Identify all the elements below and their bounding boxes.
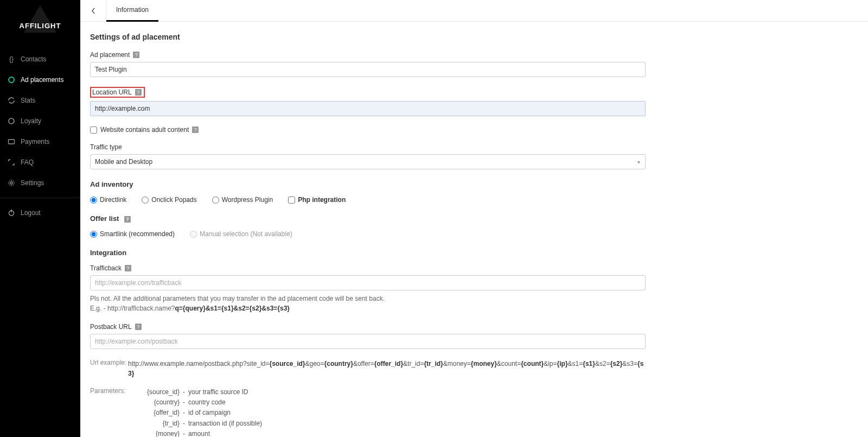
- postback-url-label: Postback URL ?: [90, 323, 646, 331]
- checkbox-php-integration[interactable]: [288, 197, 295, 204]
- radio-manual-selection: [190, 231, 197, 238]
- svg-point-3: [10, 182, 12, 184]
- refresh-icon: [8, 97, 15, 104]
- adult-content-checkbox[interactable]: [90, 126, 97, 134]
- page-title: Settings of ad placement: [90, 33, 646, 41]
- parameter-row: {source_id}-your traffic source ID: [128, 387, 262, 397]
- power-icon: [8, 209, 15, 217]
- logo-text: AFFILIGHT: [20, 22, 61, 30]
- nav-divider: [0, 198, 80, 198]
- sidebar: AFFILIGHT {} Contacts Ad placements Stat…: [0, 0, 80, 437]
- back-button[interactable]: [80, 0, 106, 22]
- nav-logout[interactable]: Logout: [0, 202, 80, 223]
- traffic-type-label: Traffic type: [90, 143, 646, 151]
- trafficback-label: Trafficback ?: [90, 264, 646, 272]
- offer-list-options: Smartlink (recommended) Manual selection…: [90, 230, 646, 238]
- ad-placement-label: Ad placement ?: [90, 51, 646, 59]
- tab-information[interactable]: Information: [106, 0, 158, 22]
- location-url-input[interactable]: [90, 101, 646, 116]
- trafficback-note: Pls not. All the additional parameters t…: [90, 294, 646, 313]
- param-key: {tr_id}: [128, 419, 180, 429]
- url-example-row: Url example: http://www.example.name/pos…: [90, 359, 646, 378]
- svg-rect-2: [9, 140, 15, 144]
- param-desc: transaction id (if possible): [188, 419, 262, 429]
- nav-stats[interactable]: Stats: [0, 90, 80, 111]
- nav-contacts[interactable]: {} Contacts: [0, 49, 80, 69]
- ad-inventory-title: Ad inventory: [90, 180, 646, 188]
- param-desc: amount: [188, 429, 210, 437]
- parameters-block: Parameters: {source_id}-your traffic sou…: [90, 387, 646, 437]
- help-icon[interactable]: ?: [135, 89, 142, 96]
- svg-point-1: [9, 118, 14, 124]
- circle-icon: [8, 117, 15, 125]
- param-key: {money}: [128, 429, 180, 437]
- param-desc: country code: [188, 397, 226, 408]
- radio-onclick-popads[interactable]: [142, 197, 149, 204]
- parameter-row: {country}-country code: [128, 397, 262, 408]
- target-icon: [8, 76, 15, 84]
- topbar: Information: [80, 0, 868, 22]
- help-icon[interactable]: ?: [124, 216, 131, 223]
- parameter-row: {offer_id}-id of campaign: [128, 408, 262, 418]
- logo: AFFILIGHT: [0, 0, 80, 49]
- expand-icon: [8, 159, 15, 166]
- help-icon[interactable]: ?: [192, 126, 199, 133]
- nav-loyalty[interactable]: Loyalty: [0, 111, 80, 131]
- ad-inventory-options: Directlink Onclick Popads Wordpress Plug…: [90, 196, 646, 204]
- trafficback-input[interactable]: [90, 275, 646, 290]
- help-icon[interactable]: ?: [135, 324, 142, 330]
- traffic-type-select[interactable]: [90, 154, 646, 169]
- help-icon[interactable]: ?: [125, 265, 131, 271]
- radio-wordpress-plugin[interactable]: [212, 197, 219, 204]
- ad-placement-input[interactable]: [90, 62, 646, 77]
- integration-title: Integration: [90, 249, 646, 257]
- url-example-value: http://www.example.name/postback.php?sit…: [128, 359, 646, 378]
- chevron-left-icon: [91, 7, 96, 15]
- radio-smartlink[interactable]: [90, 231, 97, 238]
- parameter-row: {tr_id}-transaction id (if possible): [128, 419, 262, 429]
- param-key: {offer_id}: [128, 408, 180, 418]
- param-desc: your traffic source ID: [188, 387, 248, 397]
- gear-icon: [8, 179, 15, 187]
- nav-settings[interactable]: Settings: [0, 173, 80, 193]
- param-desc: id of campaign: [188, 408, 231, 418]
- offer-list-title: Offer list ?: [90, 214, 646, 223]
- parameter-row: {money}-amount: [128, 429, 262, 437]
- postback-url-input[interactable]: [90, 334, 646, 349]
- nav-payments[interactable]: Payments: [0, 131, 80, 152]
- nav-ad-placements[interactable]: Ad placements: [0, 69, 80, 90]
- radio-directlink[interactable]: [90, 197, 97, 204]
- card-icon: [8, 138, 15, 145]
- param-key: {source_id}: [128, 387, 180, 397]
- braces-icon: {}: [8, 55, 15, 63]
- nav-faq[interactable]: FAQ: [0, 152, 80, 173]
- help-icon[interactable]: ?: [133, 52, 139, 58]
- param-key: {country}: [128, 397, 180, 408]
- svg-point-0: [9, 77, 14, 83]
- location-url-label: Location URL ?: [90, 87, 145, 98]
- main: Information Settings of ad placement Ad …: [80, 0, 868, 437]
- adult-content-row: Website contains adult content ?: [90, 126, 646, 134]
